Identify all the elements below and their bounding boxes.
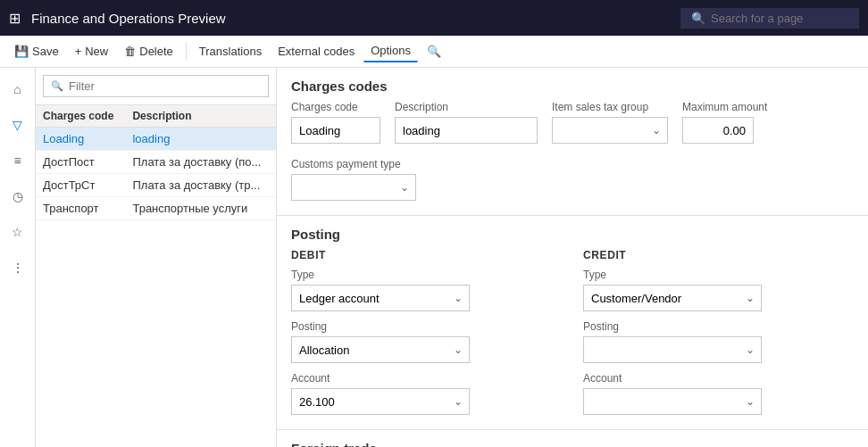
external-codes-button[interactable]: External codes [271,41,362,62]
external-codes-label: External codes [278,45,355,58]
charges-list-table: Charges code Description LoadingloadingД… [36,105,276,220]
grid-icon[interactable]: ⊞ [9,10,21,27]
foreign-trade-section-header: Foreign trade [277,430,868,447]
global-search-icon: 🔍 [691,12,705,25]
credit-account-field: Account [583,372,854,415]
toolbar-separator [186,43,187,61]
new-label: New [85,45,108,58]
debit-type-label: Type [291,269,562,281]
posting-section-header: Posting [277,216,868,249]
charges-code-input[interactable] [291,117,380,144]
charges-codes-form: Charges code Description Item sales tax … [277,101,868,216]
filter-bar: 🔍 [36,68,276,105]
translations-label: Translations [199,45,262,58]
debit-posting-label: Posting [291,320,562,333]
description-input[interactable] [395,117,538,144]
top-nav: ⊞ Finance and Operations Preview 🔍 [0,0,868,36]
list-item-code: Транспорт [36,197,125,220]
filter-icon: 🔍 [51,80,63,92]
debit-posting-field: Posting Allocation None [291,320,562,363]
credit-type-field: Type Customer/Vendor Ledger account [583,269,854,311]
credit-posting-label: Posting [583,320,854,333]
toolbar-search-button[interactable]: 🔍 [420,41,448,62]
description-label: Description [395,101,538,113]
sidebar-clock-icon[interactable]: ◷ [4,182,32,211]
customs-payment-type-select[interactable] [291,174,416,201]
maximum-amount-input[interactable] [682,117,754,144]
save-label: Save [32,45,59,58]
delete-icon: 🗑 [124,45,136,58]
credit-posting-select[interactable] [583,336,762,363]
charges-codes-section-header: Charges codes [277,68,868,101]
sidebar-filter-icon[interactable]: ▽ [4,111,32,139]
list-item-description: Плата за доставку (тр... [125,174,276,197]
list-item[interactable]: Loadingloading [36,128,276,151]
posting-form: DEBIT Type Ledger account Customer Vendo… [277,249,868,430]
sidebar-list-icon[interactable]: ≡ [4,146,32,175]
debit-account-field: Account 26.100 [291,372,562,415]
item-sales-tax-group-field: Item sales tax group [552,101,668,144]
sidebar-bookmark-icon[interactable]: ☆ [4,218,32,246]
item-sales-tax-group-label: Item sales tax group [552,101,668,113]
credit-type-select[interactable]: Customer/Vendor Ledger account [583,285,762,311]
credit-account-select[interactable] [583,388,762,415]
save-button[interactable]: 💾 Save [7,41,66,62]
list-item-code: ДостТрСт [36,174,125,197]
delete-button[interactable]: 🗑 Delete [117,41,180,62]
customs-payment-type-label: Customs payment type [291,158,416,170]
filter-input-wrapper[interactable]: 🔍 [43,75,269,97]
debit-account-label: Account [291,372,562,385]
options-label: Options [371,44,411,57]
toolbar-search-icon: 🔍 [427,45,441,58]
app-title: Finance and Operations Preview [31,11,680,26]
debit-col: DEBIT Type Ledger account Customer Vendo… [291,249,562,415]
save-icon: 💾 [14,45,29,58]
customs-payment-type-field: Customs payment type [291,158,416,201]
list-item-description: loading [125,128,276,151]
sidebar-home-icon[interactable]: ⌂ [4,75,32,103]
sidebar-menu-icon[interactable]: ⋮ [4,253,32,282]
maximum-amount-label: Maximum amount [682,101,767,113]
debit-type-select[interactable]: Ledger account Customer Vendor [291,285,470,311]
filter-input[interactable] [69,79,261,93]
debit-header: DEBIT [291,249,562,261]
global-search-box[interactable]: 🔍 [680,8,859,29]
credit-posting-field: Posting [583,320,854,363]
credit-type-label: Type [583,269,854,281]
item-sales-tax-group-select[interactable] [552,117,668,144]
list-item-description: Транспортные услуги [125,197,276,220]
charges-code-label: Charges code [291,101,380,113]
sidebar-icons: ⌂ ▽ ≡ ◷ ☆ ⋮ [0,68,36,447]
toolbar: 💾 Save + New 🗑 Delete Translations Exter… [0,36,868,68]
options-button[interactable]: Options [363,40,418,62]
list-item[interactable]: ДостПостПлата за доставку (по... [36,151,276,174]
new-icon: + [75,45,82,58]
col-description: Description [125,105,276,128]
credit-header: CREDIT [583,249,854,261]
content-panel: Charges codes Charges code Description I… [277,68,868,447]
debit-type-field: Type Ledger account Customer Vendor [291,269,562,311]
debit-posting-select[interactable]: Allocation None [291,336,470,363]
list-item-code: ДостПост [36,151,125,174]
description-field: Description [395,101,538,144]
list-item-code: Loading [36,128,125,151]
debit-account-select[interactable]: 26.100 [291,388,470,415]
credit-col: CREDIT Type Customer/Vendor Ledger accou… [583,249,854,415]
delete-label: Delete [139,45,173,58]
new-button[interactable]: + New [68,41,116,62]
credit-account-label: Account [583,372,854,385]
charges-code-field: Charges code [291,101,380,144]
col-charges-code: Charges code [36,105,125,128]
list-panel: 🔍 Charges code Description Loadingloadin… [36,68,277,447]
translations-button[interactable]: Translations [192,41,269,62]
main-layout: ⌂ ▽ ≡ ◷ ☆ ⋮ 🔍 Charges code Description L… [0,68,868,447]
list-item[interactable]: ТранспортТранспортные услуги [36,197,276,220]
maximum-amount-field: Maximum amount [682,101,767,144]
global-search-input[interactable] [711,12,854,25]
list-item-description: Плата за доставку (по... [125,151,276,174]
list-item[interactable]: ДостТрСтПлата за доставку (тр... [36,174,276,197]
